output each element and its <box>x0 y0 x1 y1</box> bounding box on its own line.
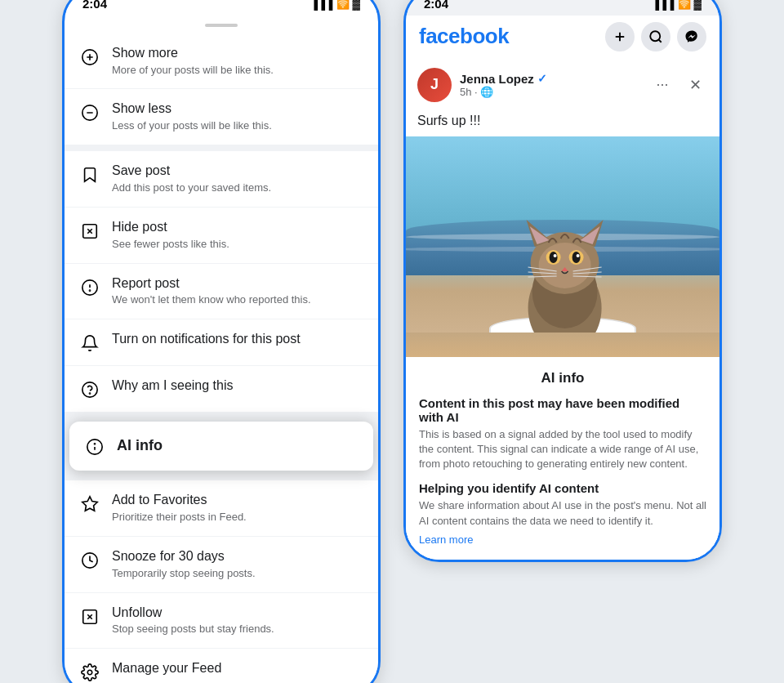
unfollow-icon <box>79 606 100 627</box>
add-favorites-subtitle: Prioritize their posts in Feed. <box>112 511 247 525</box>
ai-content-modified-text: This is based on a signal added by the t… <box>419 427 706 472</box>
svg-point-24 <box>650 31 660 41</box>
alert-circle-icon <box>79 277 100 298</box>
right-signal-icon: ▐▐▐ <box>652 0 675 10</box>
facebook-logo: facebook <box>419 24 509 49</box>
unfollow-subtitle: Stop seeing posts but stay friends. <box>112 623 274 636</box>
left-status-bar: 2:04 ▐▐▐ 🛜 ▓ <box>65 0 378 16</box>
more-options-button[interactable]: ··· <box>649 72 675 98</box>
report-post-title: Report post <box>112 275 311 292</box>
help-circle-icon <box>79 379 100 400</box>
drag-handle[interactable] <box>205 24 238 27</box>
post-card: J Jenna Lopez ✓ 5h · 🌐 ··· ✕ Surfs up !! <box>406 60 719 560</box>
svg-point-15 <box>95 444 96 444</box>
svg-line-25 <box>658 39 661 42</box>
bell-icon <box>79 333 100 354</box>
post-text: Surfs up !!! <box>406 110 719 136</box>
show-more-title: Show more <box>112 45 274 62</box>
svg-marker-16 <box>82 497 97 511</box>
post-image <box>406 136 719 357</box>
svg-point-38 <box>554 254 557 257</box>
menu-section-middle: Save post Add this post to your saved it… <box>65 151 378 418</box>
signal-icon: ▐▐▐ <box>310 0 333 10</box>
notifications-title: Turn on notifications for this post <box>112 331 301 348</box>
menu-section-top: Show more More of your posts will be lik… <box>65 33 378 151</box>
post-username: Jenna Lopez ✓ <box>460 72 641 86</box>
menu-item-manage-feed[interactable]: Manage your Feed <box>65 649 378 683</box>
menu-item-report-post[interactable]: Report post We won't let them know who r… <box>65 264 378 320</box>
right-battery-icon: ▓ <box>694 0 702 10</box>
verified-badge: ✓ <box>537 72 547 85</box>
header-icons <box>605 22 706 51</box>
right-time: 2:04 <box>424 0 448 11</box>
unfollow-title: Unfollow <box>112 605 274 622</box>
svg-point-10 <box>90 290 91 291</box>
show-less-subtitle: Less of your posts will be like this. <box>112 119 272 133</box>
manage-feed-icon <box>79 662 100 683</box>
menu-item-snooze[interactable]: Snooze for 30 days Temporarily stop seei… <box>65 537 378 593</box>
facebook-header: facebook <box>406 16 719 60</box>
clock-icon <box>79 550 100 571</box>
right-status-bar: 2:04 ▐▐▐ 🛜 ▓ <box>406 0 719 16</box>
learn-more-link[interactable]: Learn more <box>419 533 473 546</box>
minus-circle-icon <box>79 102 100 123</box>
right-status-icons: ▐▐▐ 🛜 ▓ <box>652 0 702 10</box>
save-post-title: Save post <box>112 163 271 180</box>
post-actions: ··· ✕ <box>649 72 708 98</box>
show-more-subtitle: More of your posts will be like this. <box>112 64 274 78</box>
messenger-button[interactable] <box>677 22 706 51</box>
ai-info-title: AI info <box>117 436 163 455</box>
post-meta: 5h · 🌐 <box>460 86 641 98</box>
menu-container: Show more More of your posts will be lik… <box>65 24 378 683</box>
info-circle-icon <box>84 436 105 458</box>
search-button[interactable] <box>641 22 670 51</box>
wifi-icon: 🛜 <box>336 0 350 10</box>
add-button[interactable] <box>605 22 635 51</box>
plus-circle-icon <box>79 47 100 68</box>
main-container: 2:04 ▐▐▐ 🛜 ▓ <box>38 0 746 683</box>
snooze-title: Snooze for 30 days <box>112 548 256 565</box>
svg-point-11 <box>82 382 97 397</box>
ai-info-panel: AI info Content in this post may have be… <box>406 357 719 560</box>
star-icon <box>79 493 100 515</box>
left-status-icons: ▐▐▐ 🛜 ▓ <box>310 0 360 10</box>
save-post-subtitle: Add this post to your saved items. <box>112 181 271 195</box>
menu-section-bottom: Add to Favorites Prioritize their posts … <box>65 474 378 683</box>
avatar: J <box>417 68 452 102</box>
ai-identify-title: Helping you identify AI content <box>419 481 706 495</box>
battery-icon: ▓ <box>353 0 360 10</box>
svg-point-37 <box>572 252 581 263</box>
svg-point-33 <box>539 243 591 288</box>
menu-item-save-post[interactable]: Save post Add this post to your saved it… <box>65 151 378 208</box>
left-phone: 2:04 ▐▐▐ 🛜 ▓ <box>62 0 381 683</box>
ai-identify-text: We share information about AI use in the… <box>419 498 706 528</box>
svg-point-36 <box>550 252 558 263</box>
menu-item-notifications[interactable]: Turn on notifications for this post <box>65 319 378 366</box>
show-less-title: Show less <box>112 100 272 118</box>
bookmark-icon <box>79 164 100 185</box>
ai-content-modified-title: Content in this post may have been modif… <box>419 396 706 424</box>
post-header: J Jenna Lopez ✓ 5h · 🌐 ··· ✕ <box>406 60 719 110</box>
manage-feed-title: Manage your Feed <box>112 660 221 677</box>
hide-post-subtitle: See fewer posts like this. <box>112 238 229 252</box>
svg-point-21 <box>87 671 92 676</box>
svg-point-39 <box>577 254 580 257</box>
x-square-icon <box>79 221 100 242</box>
why-seeing-title: Why am I seeing this <box>112 377 234 395</box>
left-time: 2:04 <box>82 0 107 11</box>
snooze-subtitle: Temporarily stop seeing posts. <box>112 567 256 581</box>
menu-item-unfollow[interactable]: Unfollow Stop seeing posts but stay frie… <box>65 593 378 650</box>
menu-item-show-less[interactable]: Show less Less of your posts will be lik… <box>65 89 378 145</box>
menu-item-why-seeing[interactable]: Why am I seeing this <box>65 366 378 412</box>
report-post-subtitle: We won't let them know who reported this… <box>112 293 311 307</box>
menu-item-hide-post[interactable]: Hide post See fewer posts like this. <box>65 208 378 264</box>
close-post-button[interactable]: ✕ <box>682 72 708 98</box>
right-wifi-icon: 🛜 <box>678 0 691 10</box>
svg-point-12 <box>90 393 91 394</box>
menu-item-ai-info[interactable]: AI info <box>69 422 373 471</box>
ai-info-panel-title: AI info <box>419 370 706 386</box>
right-phone: 2:04 ▐▐▐ 🛜 ▓ facebook <box>403 0 722 562</box>
hide-post-title: Hide post <box>112 219 229 236</box>
menu-item-add-favorites[interactable]: Add to Favorites Prioritize their posts … <box>65 480 378 537</box>
menu-item-show-more[interactable]: Show more More of your posts will be lik… <box>65 33 378 90</box>
